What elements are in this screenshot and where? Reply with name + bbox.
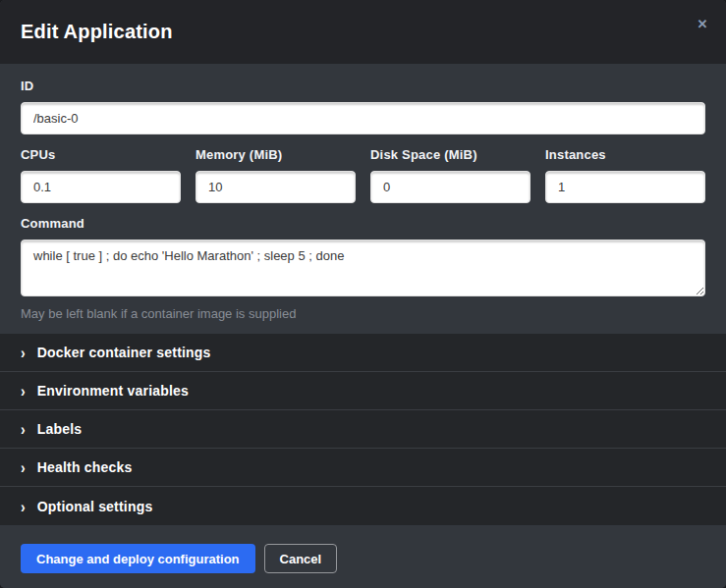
section-label: Labels <box>37 421 83 437</box>
disk-label: Disk Space (MiB) <box>370 147 531 162</box>
form-body: ID CPUs Memory (MiB) Disk Space (MiB) In… <box>0 64 726 334</box>
instances-field-group: Instances <box>545 147 705 203</box>
memory-field-group: Memory (MiB) <box>195 147 356 203</box>
command-field-group: Command while [ true ] ; do echo 'Hello … <box>21 216 705 321</box>
disk-field-group: Disk Space (MiB) <box>370 147 531 203</box>
chevron-right-icon: › <box>21 421 26 437</box>
accordion-sections: › Docker container settings › Environmen… <box>0 334 726 525</box>
edit-application-modal: Edit Application ✕ ID CPUs Memory (MiB) … <box>0 0 726 588</box>
section-docker-container-settings[interactable]: › Docker container settings <box>0 334 726 372</box>
modal-header: Edit Application ✕ <box>0 0 726 64</box>
cpus-field-group: CPUs <box>21 147 181 203</box>
close-icon[interactable]: ✕ <box>694 16 711 33</box>
modal-title: Edit Application <box>21 21 173 43</box>
disk-input[interactable] <box>370 171 531 203</box>
command-textarea[interactable]: while [ true ] ; do echo 'Hello Marathon… <box>21 240 705 296</box>
section-label: Environment variables <box>37 383 189 399</box>
section-health-checks[interactable]: › Health checks <box>0 449 726 487</box>
instances-input[interactable] <box>545 171 705 203</box>
memory-label: Memory (MiB) <box>195 147 356 162</box>
cancel-button[interactable]: Cancel <box>264 544 338 573</box>
memory-input[interactable] <box>195 171 356 203</box>
chevron-right-icon: › <box>21 498 26 513</box>
change-and-deploy-button[interactable]: Change and deploy configuration <box>21 544 255 573</box>
cpus-label: CPUs <box>21 147 181 162</box>
chevron-right-icon: › <box>21 459 26 475</box>
instances-label: Instances <box>545 147 705 162</box>
id-field-group: ID <box>21 79 705 134</box>
id-label: ID <box>21 79 705 93</box>
cpus-input[interactable] <box>21 171 181 203</box>
command-label: Command <box>21 216 705 231</box>
section-labels[interactable]: › Labels <box>0 410 726 449</box>
modal-footer: Change and deploy configuration Cancel <box>0 525 726 588</box>
id-input[interactable] <box>21 102 705 134</box>
section-environment-variables[interactable]: › Environment variables <box>0 372 726 410</box>
section-label: Optional settings <box>37 499 153 514</box>
section-label: Health checks <box>37 459 133 475</box>
chevron-right-icon: › <box>21 345 26 360</box>
chevron-right-icon: › <box>21 383 26 399</box>
resources-row: CPUs Memory (MiB) Disk Space (MiB) Insta… <box>21 147 705 203</box>
section-label: Docker container settings <box>37 345 211 360</box>
section-optional-settings[interactable]: › Optional settings <box>0 487 726 525</box>
command-help-text: May be left blank if a container image i… <box>21 306 705 321</box>
